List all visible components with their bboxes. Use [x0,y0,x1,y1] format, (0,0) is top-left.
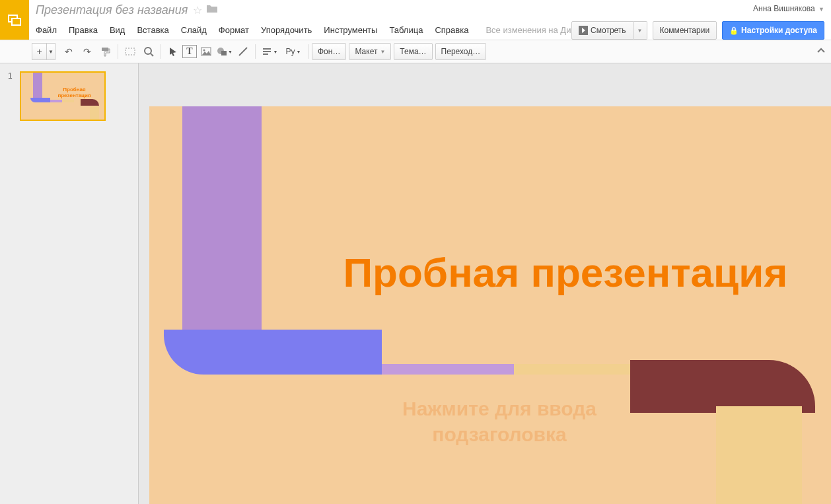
collapse-toolbar-button[interactable] [816,46,826,57]
decoration-blue [164,330,382,375]
thumbnail-row: 1 Пробная презентация [8,71,130,121]
line-icon [238,46,248,57]
menu-slide[interactable]: Слайд [181,25,207,35]
present-button-group: Смотреть ▼ [571,21,647,40]
menu-help[interactable]: Справка [435,25,468,35]
comments-label: Комментарии [660,26,710,35]
zoom-button[interactable] [139,43,158,60]
paint-format-button[interactable] [96,43,115,60]
present-dropdown[interactable]: ▼ [633,21,647,40]
chevron-down-icon: ▼ [380,49,385,55]
svg-point-7 [203,50,205,52]
new-slide-group: + ▼ [32,43,55,60]
decoration-purple [182,106,262,336]
align-icon [262,47,272,56]
zoom-fit-button[interactable] [121,43,139,60]
menu-file[interactable]: Файл [36,25,57,35]
layout-button[interactable]: Макет ▼ [349,43,391,60]
select-tool[interactable] [164,43,182,60]
redo-button[interactable]: ↷ [78,43,96,60]
menu-format[interactable]: Формат [219,25,249,35]
undo-button[interactable]: ↶ [59,43,78,60]
svg-rect-9 [221,51,227,55]
theme-label: Тема… [400,47,426,56]
transition-label: Переход… [441,47,481,56]
layout-label: Макет [355,47,377,56]
comments-button[interactable]: Комментарии [653,21,717,40]
background-label: Фон… [318,47,340,56]
zoom-fit-icon [125,46,135,57]
new-slide-button[interactable]: + [32,43,46,60]
toolbar: + ▼ ↶ ↷ T ▼ ▼ Ру ▼ Фон… Макет ▼ [0,40,831,63]
slide-title-text[interactable]: Пробная презентация [341,250,790,295]
shape-icon [217,47,227,56]
svg-point-4 [145,48,151,54]
shape-tool[interactable]: ▼ [215,43,234,60]
document-title[interactable]: Презентация без названия [36,3,188,17]
input-tools-button[interactable]: Ру ▼ [281,43,306,60]
svg-rect-2 [102,48,108,51]
slides-icon [7,12,22,28]
user-menu[interactable]: Анна Вишнякова ▼ [753,4,824,13]
present-label: Смотреть [591,26,626,35]
action-buttons: Смотреть ▼ Комментарии Настройки доступа [571,21,824,40]
textbox-tool[interactable]: T [182,45,197,58]
transition-button[interactable]: Переход… [435,43,487,60]
thumbnail-title: Пробная презентация [48,87,101,99]
share-button[interactable]: Настройки доступа [722,21,824,40]
background-button[interactable]: Фон… [312,43,346,60]
cursor-icon [168,47,178,56]
folder-icon[interactable] [206,4,218,16]
slide-thumbnail-1[interactable]: Пробная презентация [20,71,106,121]
header: Презентация без названия ☆ Файл Правка В… [0,0,831,40]
decoration-bar-purple [382,364,514,375]
slide-subtitle-placeholder[interactable]: Нажмите для ввода подзаголовка [341,396,658,447]
user-name: Анна Вишнякова [753,4,815,13]
app-logo[interactable] [0,0,29,40]
decoration-bar-yellow [514,364,633,375]
play-icon [579,26,588,35]
lock-icon [729,26,739,35]
thumbnail-panel: 1 Пробная презентация [0,63,139,504]
magnifier-icon [143,46,154,57]
chevron-down-icon: ▼ [818,6,824,13]
new-slide-dropdown[interactable]: ▼ [46,43,55,60]
image-tool[interactable] [197,43,215,60]
menu-arrange[interactable]: Упорядочить [261,25,312,35]
canvas-area[interactable]: Пробная презентация Нажмите для ввода по… [139,63,831,504]
thumbnail-number: 1 [8,71,20,121]
menu-view[interactable]: Вид [110,25,126,35]
image-icon [201,47,211,56]
share-label: Настройки доступа [741,26,817,35]
present-button[interactable]: Смотреть [571,21,633,40]
main-area: 1 Пробная презентация Пробная презентаци… [0,63,831,504]
star-icon[interactable]: ☆ [193,4,202,17]
chevron-down-icon: ▼ [637,28,643,34]
menu-tools[interactable]: Инструменты [324,25,377,35]
line-tool[interactable] [234,43,252,60]
slide-canvas[interactable]: Пробная презентация Нажмите для ввода по… [149,106,831,504]
paint-roller-icon [100,46,111,57]
input-tools-label: Ру [286,47,295,56]
svg-line-10 [239,48,247,55]
decoration-yellow-vertical [716,406,802,504]
menu-table[interactable]: Таблица [389,25,423,35]
svg-line-5 [151,54,153,56]
theme-button[interactable]: Тема… [394,43,432,60]
align-tool[interactable]: ▼ [258,43,281,60]
menu-edit[interactable]: Правка [69,25,98,35]
chevron-up-icon [816,46,826,55]
svg-rect-3 [126,48,135,55]
svg-rect-1 [12,18,20,25]
decoration-brown [630,360,815,413]
menu-insert[interactable]: Вставка [137,25,168,35]
